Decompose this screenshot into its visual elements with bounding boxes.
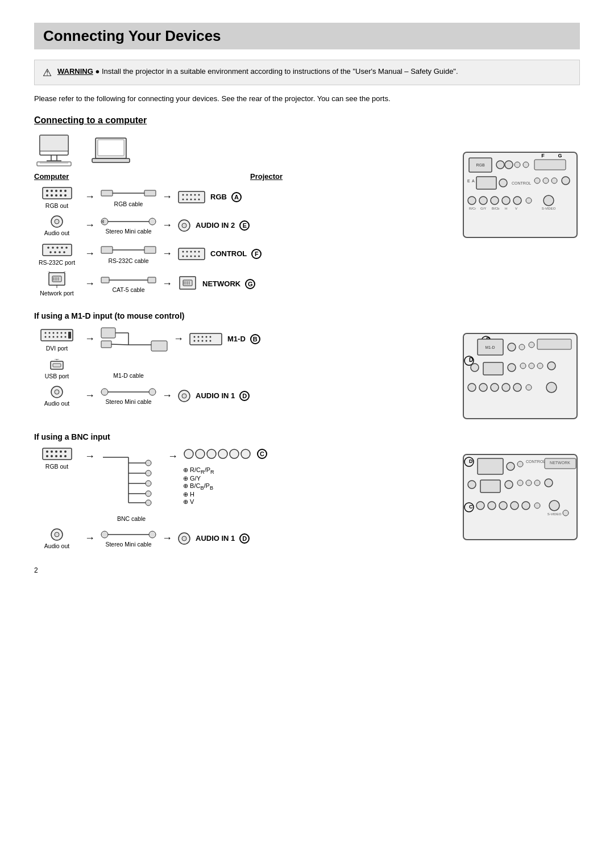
rgb-cable-group: RGB cable [100, 187, 157, 207]
bnc-left-col: RGB out [34, 446, 80, 493]
conn-row-audio1-m1d: Audio out → Stereo Mini cable → AUDIO IN… [34, 385, 443, 407]
svg-point-241 [488, 502, 496, 510]
badge-E: E [239, 220, 250, 231]
svg-point-47 [56, 247, 59, 249]
svg-point-51 [54, 251, 56, 253]
svg-rect-54 [101, 247, 113, 253]
arrow10: → [173, 333, 184, 345]
svg-rect-149 [53, 364, 61, 367]
svg-point-64 [186, 255, 188, 257]
svg-point-216 [55, 532, 59, 537]
rs232-cable-icon [100, 244, 157, 256]
m1d-cable-label: M1-D cable [113, 372, 144, 379]
svg-point-12 [51, 190, 53, 192]
svg-point-146 [206, 340, 208, 341]
svg-point-179 [468, 383, 476, 391]
svg-point-107 [513, 197, 521, 205]
bnc-row-icon [183, 446, 251, 462]
arrow4: → [161, 219, 173, 231]
col-projector-label: Projector [250, 172, 283, 181]
svg-point-59 [186, 251, 188, 252]
svg-rect-10 [43, 187, 72, 199]
svg-point-184 [526, 385, 532, 390]
svg-point-87 [496, 161, 504, 169]
svg-point-39 [149, 218, 156, 225]
proj-audio2-icon [177, 219, 191, 232]
laptop-icon [91, 135, 131, 166]
proj-network-label: NETWORK [202, 279, 240, 288]
svg-text:F: F [541, 153, 545, 158]
svg-rect-136 [151, 341, 167, 351]
svg-point-244 [522, 502, 530, 510]
rs232-cable-label: RS-232C cable [108, 257, 148, 264]
arrow7: → [84, 278, 96, 290]
svg-point-126 [57, 336, 59, 337]
svg-point-128 [65, 336, 67, 337]
svg-point-101 [551, 178, 557, 183]
m1d-cable-label-group: M1-D cable [100, 360, 157, 379]
svg-point-122 [65, 332, 67, 333]
cat5-cable-group: CAT-5 cable [100, 275, 157, 293]
bnc-header-row: C [183, 446, 267, 462]
svg-point-25 [182, 194, 184, 195]
badge-D-bnc: D [239, 533, 250, 544]
svg-point-102 [562, 177, 570, 185]
svg-point-34 [198, 198, 200, 200]
svg-point-147 [210, 340, 211, 341]
bnc-labels-header: ⊕ R/CR/PR ⊕ G/Y ⊕ B/CB/PB ⊕ H ⊕ V [183, 466, 267, 506]
svg-point-226 [507, 462, 515, 470]
svg-text:H: H [505, 207, 507, 210]
intro-text: Please refer to the following for connec… [34, 93, 580, 105]
proj-audio1-label-bnc: AUDIO IN 1 [196, 534, 235, 542]
svg-point-175 [520, 363, 526, 369]
dvi-port-icon [40, 327, 74, 344]
badge-A: A [231, 192, 242, 202]
svg-point-213 [230, 449, 239, 458]
svg-point-104 [479, 197, 487, 205]
warning-box: ⚠ WARNING ● Install the projector in a s… [34, 60, 580, 85]
svg-point-118 [49, 332, 51, 333]
stereo-mini-cable-group1: Stereo Mini cable [100, 216, 157, 235]
svg-point-62 [198, 251, 200, 252]
proj-audio1-group-m1d: AUDIO IN 1 D [177, 389, 250, 403]
svg-rect-1 [40, 135, 68, 151]
svg-point-90 [523, 162, 529, 168]
svg-point-123 [45, 336, 47, 337]
svg-point-231 [468, 481, 476, 489]
network-port-icon [47, 272, 67, 289]
projector-back-panel: RGB F G E A CONTROL [460, 132, 580, 242]
cat5-cable-icon [100, 275, 157, 285]
rgb-out-group: RGB out [34, 185, 80, 209]
svg-point-177 [537, 363, 543, 369]
svg-point-60 [190, 251, 192, 252]
svg-point-88 [505, 161, 513, 169]
rgb-cable-label: RGB cable [114, 201, 143, 207]
svg-point-174 [508, 364, 516, 372]
proj-m1d-label: M1-D [227, 335, 246, 343]
projector-back-panel3: D CONTROL NETWORK C [460, 446, 580, 544]
svg-point-143 [194, 340, 196, 341]
stereo-mini-cable-icon1 [100, 216, 157, 227]
svg-point-119 [53, 332, 55, 333]
svg-point-97 [499, 179, 507, 187]
svg-rect-186 [43, 448, 72, 460]
svg-point-233 [505, 481, 513, 489]
svg-text:A: A [472, 179, 475, 183]
stereo-mini-label3: Stereo Mini cable [105, 541, 151, 548]
svg-point-169 [519, 344, 525, 350]
arrow6: → [161, 248, 173, 260]
svg-text:V: V [515, 207, 517, 210]
svg-text:G/Y: G/Y [480, 207, 486, 210]
dvi-port-group: DVI port [34, 327, 80, 352]
svg-point-204 [146, 460, 151, 466]
svg-point-15 [64, 190, 67, 192]
conn-row-bnc: RGB out → [34, 446, 443, 522]
badge-C-bnc: C [257, 449, 267, 459]
svg-point-20 [64, 194, 67, 197]
arrow15: → [84, 532, 96, 544]
svg-text:NETWORK: NETWORK [550, 461, 570, 465]
conn-row-rs232: RS-232C port → RS-232C cable → [34, 242, 443, 266]
svg-point-181 [491, 383, 499, 391]
svg-point-13 [55, 190, 57, 192]
svg-point-50 [49, 251, 52, 253]
